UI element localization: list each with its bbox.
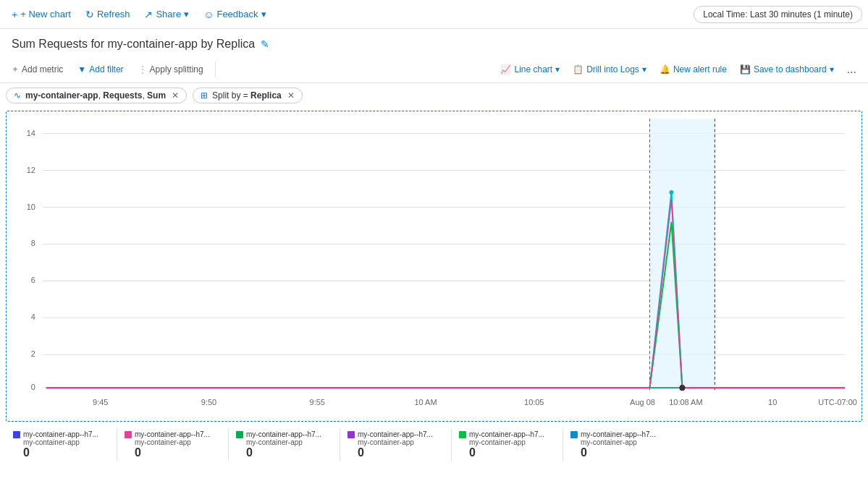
time-range-button[interactable]: Local Time: Last 30 minutes (1 minute) xyxy=(694,6,862,23)
legend-item: my-container-app--h7... my-container-app… xyxy=(232,427,337,462)
sparkle-icon: ✦ xyxy=(12,64,19,75)
legend-divider xyxy=(340,429,340,461)
svg-text:9:55: 9:55 xyxy=(310,397,325,406)
legend-value: 0 xyxy=(459,446,555,459)
legend-item: my-container-app--h7... my-container-app… xyxy=(566,427,671,462)
legend-name: my-container-app--h7... xyxy=(236,430,332,438)
share-button[interactable]: ↗ Share ▾ xyxy=(138,6,195,23)
legend-color-dot xyxy=(459,431,466,438)
feedback-chevron: ▾ xyxy=(261,9,266,20)
legend-sub: my-container-app xyxy=(125,438,221,446)
legend-name-text: my-container-app--h7... xyxy=(23,430,98,438)
metric-tag-icon: ∿ xyxy=(14,90,21,101)
drill-icon: 📋 xyxy=(573,64,583,75)
split-tag-close[interactable]: ✕ xyxy=(287,90,295,101)
metric-tag-label: my-container-app, Requests, Sum xyxy=(25,90,166,101)
new-chart-label: + New chart xyxy=(20,9,71,20)
edit-icon[interactable]: ✎ xyxy=(261,38,269,50)
feedback-button[interactable]: ☺ Feedback ▾ xyxy=(198,6,271,23)
more-label: ... xyxy=(847,63,856,75)
svg-text:10: 10 xyxy=(27,202,35,210)
svg-text:9:50: 9:50 xyxy=(201,397,216,406)
refresh-label: Refresh xyxy=(97,9,130,20)
new-alert-rule-button[interactable]: 🔔 New alert rule xyxy=(654,61,733,78)
refresh-button[interactable]: ↻ Refresh xyxy=(80,6,136,23)
split-icon: ⋮ xyxy=(138,64,147,75)
legend-sub: my-container-app xyxy=(236,438,332,446)
legend-item: my-container-app--h7... my-container-app… xyxy=(120,427,225,462)
legend-name-text: my-container-app--h7... xyxy=(135,430,210,438)
new-chart-button[interactable]: + + New chart xyxy=(6,6,77,23)
save-chevron: ▾ xyxy=(830,64,834,75)
drill-logs-button[interactable]: 📋 Drill into Logs ▾ xyxy=(567,61,652,78)
apply-splitting-label: Apply splitting xyxy=(150,64,203,75)
refresh-icon: ↻ xyxy=(85,9,94,20)
plus-icon: + xyxy=(12,9,17,20)
top-bar: + + New chart ↻ Refresh ↗ Share ▾ ☺ Feed… xyxy=(0,0,868,29)
apply-splitting-button[interactable]: ⋮ Apply splitting xyxy=(132,61,209,78)
legend-sub: my-container-app xyxy=(570,438,667,446)
feedback-icon: ☺ xyxy=(203,9,214,20)
legend-name: my-container-app--h7... xyxy=(459,430,555,438)
share-label: Share xyxy=(156,9,181,20)
svg-text:8: 8 xyxy=(31,239,35,247)
page-title: Sum Requests for my-container-app by Rep… xyxy=(12,38,255,51)
split-tag-label: Split by = Replica xyxy=(212,90,282,101)
share-icon: ↗ xyxy=(144,9,153,20)
filter-tags-row: ∿ my-container-app, Requests, Sum ✕ ⊞ Sp… xyxy=(0,83,868,108)
legend-name-text: my-container-app--h7... xyxy=(358,430,433,438)
legend-item: my-container-app--h7... my-container-app… xyxy=(9,427,114,462)
legend-name-text: my-container-app--h7... xyxy=(469,430,544,438)
legend-name-text: my-container-app--h7... xyxy=(581,430,656,438)
filter-icon: ▼ xyxy=(77,64,86,75)
legend-value: 0 xyxy=(347,446,444,459)
legend-divider xyxy=(451,429,452,461)
save-dashboard-label: Save to dashboard xyxy=(754,64,827,75)
save-dashboard-button[interactable]: 💾 Save to dashboard ▾ xyxy=(734,61,840,78)
legend-color-dot xyxy=(125,431,132,438)
svg-text:14: 14 xyxy=(27,129,35,137)
line-chart-button[interactable]: 📈 Line chart ▾ xyxy=(494,61,565,78)
legend-name: my-container-app--h7... xyxy=(125,430,221,438)
svg-text:2: 2 xyxy=(31,349,35,358)
split-filter-tag[interactable]: ⊞ Split by = Replica ✕ xyxy=(193,88,303,103)
legend-value: 0 xyxy=(236,446,332,459)
legend-sub: my-container-app xyxy=(459,438,555,446)
legend-divider xyxy=(117,429,117,461)
legend-item: my-container-app--h7... my-container-app… xyxy=(455,427,560,462)
legend-value: 0 xyxy=(570,446,667,459)
legend-name: my-container-app--h7... xyxy=(13,430,109,438)
legend-color-dot xyxy=(347,431,355,438)
alert-icon: 🔔 xyxy=(660,64,670,75)
legend-value: 0 xyxy=(13,446,109,459)
toolbar: ✦ Add metric ▼ Add filter ⋮ Apply splitt… xyxy=(0,56,868,83)
page-title-row: Sum Requests for my-container-app by Rep… xyxy=(0,29,868,56)
legend-name-text: my-container-app--h7... xyxy=(246,430,321,438)
legend-item: my-container-app--h7... my-container-app… xyxy=(343,427,448,462)
svg-point-29 xyxy=(669,190,673,195)
legend-divider xyxy=(562,429,563,461)
add-metric-label: Add metric xyxy=(22,64,63,75)
time-range-area: Local Time: Last 30 minutes (1 minute) xyxy=(694,6,862,23)
metric-tag-close[interactable]: ✕ xyxy=(172,90,179,101)
svg-text:9:45: 9:45 xyxy=(93,397,108,406)
feedback-label: Feedback xyxy=(216,9,258,20)
add-metric-button[interactable]: ✦ Add metric xyxy=(6,61,69,78)
share-chevron: ▾ xyxy=(184,9,189,20)
legend-color-dot xyxy=(13,431,20,438)
save-icon: 💾 xyxy=(740,64,751,75)
legend-color-dot xyxy=(570,431,578,438)
add-filter-button[interactable]: ▼ Add filter xyxy=(72,61,129,78)
toolbar-sep-1 xyxy=(215,62,216,77)
svg-text:6: 6 xyxy=(31,276,35,284)
metric-filter-tag[interactable]: ∿ my-container-app, Requests, Sum ✕ xyxy=(6,88,187,103)
svg-point-28 xyxy=(679,385,685,391)
more-button[interactable]: ... xyxy=(841,59,862,80)
add-filter-label: Add filter xyxy=(89,64,123,75)
legend-name: my-container-app--h7... xyxy=(347,430,444,438)
drill-logs-chevron: ▾ xyxy=(642,64,646,75)
legend-value: 0 xyxy=(125,446,221,459)
chart-svg: 0 2 4 6 8 10 12 14 9:45 9:50 9:55 10 AM … xyxy=(7,111,861,421)
svg-text:10 AM: 10 AM xyxy=(414,397,437,406)
legend-sub: my-container-app xyxy=(13,438,109,446)
